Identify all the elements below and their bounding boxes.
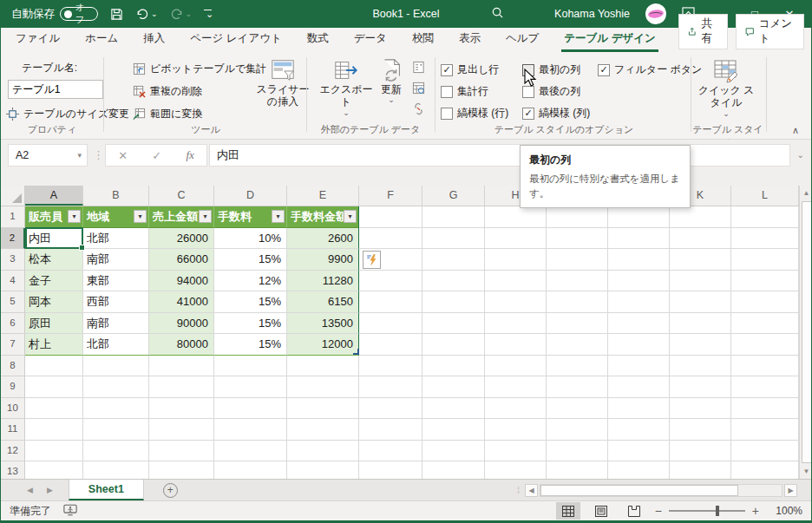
column-header-F[interactable]: F xyxy=(359,186,422,206)
cell-C5[interactable]: 41000 xyxy=(149,291,214,313)
row-header-11[interactable]: 11 xyxy=(1,419,25,441)
cell-D7[interactable]: 15% xyxy=(214,334,287,356)
cell-A6[interactable]: 原田 xyxy=(25,313,83,335)
scroll-right-icon[interactable]: ▶ xyxy=(784,484,797,497)
cell-H11[interactable] xyxy=(485,419,547,441)
cell-F10[interactable] xyxy=(359,398,422,420)
cell-I4[interactable] xyxy=(547,271,608,292)
cell-D8[interactable] xyxy=(214,356,287,377)
cell-F9[interactable] xyxy=(359,376,422,398)
autosave-switch[interactable]: オフ xyxy=(60,7,98,21)
cell-G13[interactable] xyxy=(422,461,485,479)
cell-B2[interactable]: 北部 xyxy=(83,228,149,250)
cell-H1[interactable] xyxy=(485,206,547,228)
scroll-up-icon[interactable]: ▲ xyxy=(803,186,810,200)
horizontal-scroll-thumb[interactable] xyxy=(540,485,738,496)
column-header-C[interactable]: C xyxy=(149,186,214,206)
cell-H4[interactable] xyxy=(485,271,547,292)
cell-D9[interactable] xyxy=(214,376,287,398)
open-in-browser-button[interactable] xyxy=(412,82,425,97)
cell-J9[interactable] xyxy=(608,376,670,398)
row-header-10[interactable]: 10 xyxy=(1,398,25,420)
cell-G8[interactable] xyxy=(422,356,485,377)
row-header-13[interactable]: 13 xyxy=(1,461,25,479)
vertical-scroll-thumb[interactable] xyxy=(802,201,812,463)
cell-B5[interactable]: 西部 xyxy=(83,291,149,313)
avatar[interactable] xyxy=(645,3,666,24)
cell-F12[interactable] xyxy=(359,441,422,462)
cell-J7[interactable] xyxy=(608,334,670,356)
cell-K12[interactable] xyxy=(670,441,731,462)
cell-G9[interactable] xyxy=(422,376,485,398)
cell-L13[interactable] xyxy=(731,461,799,479)
cell-C12[interactable] xyxy=(149,441,214,462)
cell-E3[interactable]: 9900 xyxy=(287,249,359,271)
column-header-D[interactable]: D xyxy=(214,186,287,206)
cell-B7[interactable]: 北部 xyxy=(83,334,149,356)
row-header-4[interactable]: 4 xyxy=(1,271,25,292)
summarize-with-pivot-button[interactable]: ピボットテーブルで集計 xyxy=(133,62,266,76)
cell-D6[interactable]: 15% xyxy=(214,313,287,335)
cell-K10[interactable] xyxy=(670,398,731,420)
cell-G10[interactable] xyxy=(422,398,485,420)
cell-B9[interactable] xyxy=(83,376,149,398)
cell-E7[interactable]: 12000 xyxy=(287,334,359,356)
prev-sheet-icon[interactable]: ◀ xyxy=(27,486,33,494)
row-header-1[interactable]: 1 xyxy=(1,206,25,228)
tab-page-layout[interactable]: ページ レイアウト xyxy=(187,27,285,52)
horizontal-scrollbar[interactable]: ⁞ ◀ ▶ xyxy=(517,480,811,500)
cell-C1[interactable]: 売上金額▾ xyxy=(149,206,214,228)
cell-C6[interactable]: 90000 xyxy=(149,313,214,335)
cell-K2[interactable] xyxy=(670,228,731,250)
resize-table-button[interactable]: テーブルのサイズ変更 xyxy=(6,107,129,121)
select-all-corner[interactable] xyxy=(1,186,25,206)
search-button[interactable] xyxy=(491,6,504,22)
cell-K11[interactable] xyxy=(670,419,731,441)
cell-F4[interactable] xyxy=(359,271,422,292)
cell-B3[interactable]: 南部 xyxy=(83,249,149,271)
tab-table-design[interactable]: テーブル デザイン xyxy=(561,27,658,52)
cell-I1[interactable] xyxy=(547,206,608,228)
cell-I5[interactable] xyxy=(547,291,608,313)
zoom-level[interactable]: 100% xyxy=(768,505,802,517)
row-header-9[interactable]: 9 xyxy=(1,376,25,398)
cell-E11[interactable] xyxy=(287,419,359,441)
cell-K7[interactable] xyxy=(670,334,731,356)
cell-H2[interactable] xyxy=(485,228,547,250)
cell-B13[interactable] xyxy=(83,461,149,479)
zoom-out-button[interactable]: − xyxy=(655,504,662,518)
column-header-A[interactable]: A xyxy=(25,186,83,206)
cell-F7[interactable] xyxy=(359,334,422,356)
zoom-slider-thumb[interactable] xyxy=(716,506,719,516)
cell-B12[interactable] xyxy=(83,441,149,462)
cell-L10[interactable] xyxy=(731,398,799,420)
autosave-toggle[interactable]: 自動保存 オフ xyxy=(11,7,98,22)
filter-dropdown-button[interactable]: ▾ xyxy=(344,210,357,223)
cell-E5[interactable]: 6150 xyxy=(287,291,359,313)
cell-A4[interactable]: 金子 xyxy=(25,271,83,292)
checkbox-header-row[interactable]: 見出し行 xyxy=(441,62,499,77)
tab-help[interactable]: ヘルプ xyxy=(503,27,541,52)
cell-L1[interactable] xyxy=(731,206,799,228)
cell-F2[interactable] xyxy=(359,228,422,250)
cell-A10[interactable] xyxy=(25,398,83,420)
cell-K8[interactable] xyxy=(670,356,731,377)
cell-A11[interactable] xyxy=(25,419,83,441)
name-box-dropdown-icon[interactable]: ▾ xyxy=(77,151,87,160)
cell-A7[interactable]: 村上 xyxy=(25,334,83,356)
sheet-tab-sheet1[interactable]: Sheet1 xyxy=(69,480,144,500)
cell-E12[interactable] xyxy=(287,441,359,462)
vertical-scrollbar[interactable]: ▲ ▼ xyxy=(799,186,812,479)
checkbox-filter-button[interactable]: フィルター ボタン xyxy=(598,62,702,77)
cell-A12[interactable] xyxy=(25,441,83,462)
insert-slicer-button[interactable]: スライサーの挿入 xyxy=(256,57,310,108)
cell-B8[interactable] xyxy=(83,356,149,377)
collapse-ribbon-button[interactable]: ∧ xyxy=(792,125,799,136)
cell-B6[interactable]: 南部 xyxy=(83,313,149,335)
column-header-G[interactable]: G xyxy=(422,186,485,206)
cell-B11[interactable] xyxy=(83,419,149,441)
column-header-L[interactable]: L xyxy=(731,186,799,206)
cell-J6[interactable] xyxy=(608,313,670,335)
row-header-6[interactable]: 6 xyxy=(1,313,25,335)
cell-L8[interactable] xyxy=(731,356,799,377)
